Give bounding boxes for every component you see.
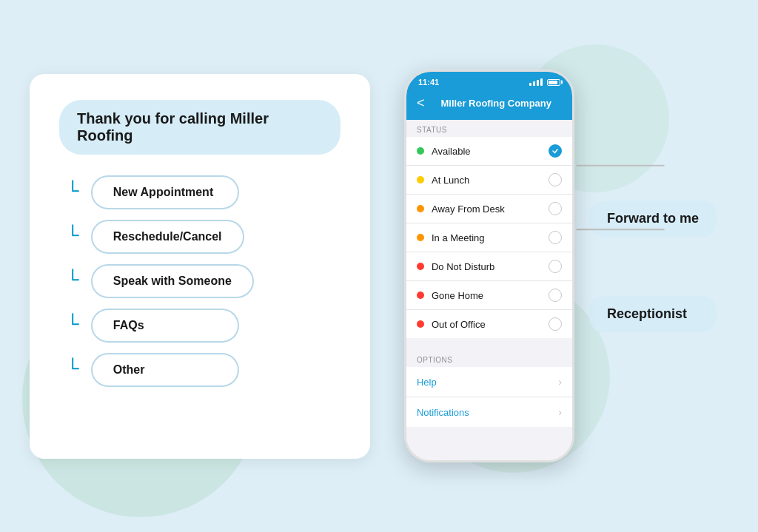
forward-to-me-label: Forward to me — [589, 201, 717, 237]
status-label-at-lunch: At Lunch — [432, 175, 469, 186]
bracket-icon-new-appointment: └ — [67, 182, 79, 203]
status-label-gone-home: Gone Home — [432, 290, 483, 301]
status-dot-in-a-meeting — [417, 234, 424, 241]
status-item-at-lunch[interactable]: At Lunch — [406, 166, 572, 195]
radio-icon-in-a-meeting — [549, 231, 562, 244]
status-label-do-not-disturb: Do Not Disturb — [432, 261, 494, 272]
options-label-notifications: Notifications — [417, 407, 469, 418]
status-list: Available At Lunch Away From Desk In a M… — [406, 137, 572, 338]
ivr-item-faqs[interactable]: └ FAQs — [67, 309, 341, 343]
status-item-in-a-meeting[interactable]: In a Meeting — [406, 223, 572, 252]
phone-time: 11:41 — [418, 78, 439, 87]
status-dot-out-of-office — [417, 320, 424, 328]
radio-icon-out-of-office — [549, 317, 562, 331]
chevron-right-icon-help: › — [558, 376, 562, 388]
radio-icon-away-from-desk — [549, 202, 562, 215]
check-icon-available — [549, 144, 562, 158]
phone-signal-icon — [529, 78, 543, 86]
ivr-btn-reschedule-cancel[interactable]: Reschedule/Cancel — [91, 220, 244, 254]
status-item-away-from-desk[interactable]: Away From Desk — [406, 195, 572, 223]
phone-battery-icon — [547, 79, 560, 86]
phone-status-bar: 11:41 — [406, 72, 572, 90]
ivr-menu-list: └ New Appointment └ Reschedule/Cancel └ … — [67, 175, 341, 387]
radio-icon-do-not-disturb — [549, 260, 562, 273]
status-label-available: Available — [432, 146, 471, 157]
phone-area: 11:41 < Miller Roofing Company STATUS — [392, 70, 728, 462]
status-dot-at-lunch — [417, 176, 424, 183]
ivr-item-reschedule-cancel[interactable]: └ Reschedule/Cancel — [67, 220, 341, 254]
chevron-right-icon-notifications: › — [558, 406, 562, 418]
phone-back-button[interactable]: < — [417, 95, 425, 111]
status-item-gone-home[interactable]: Gone Home — [406, 281, 572, 310]
receptionist-label: Receptionist — [589, 296, 717, 332]
status-label-away-from-desk: Away From Desk — [432, 203, 505, 215]
ivr-btn-new-appointment[interactable]: New Appointment — [91, 175, 239, 209]
bracket-icon-speak-with-someone: └ — [67, 271, 79, 292]
ivr-btn-speak-with-someone[interactable]: Speak with Someone — [91, 264, 254, 298]
ivr-greeting: Thank you for calling Miller Roofing — [59, 100, 341, 155]
phone-company-title: Miller Roofing Company — [431, 98, 562, 109]
ivr-item-speak-with-someone[interactable]: └ Speak with Someone — [67, 264, 341, 298]
status-dot-available — [417, 147, 424, 155]
status-item-available[interactable]: Available — [406, 137, 572, 166]
options-section-header: OPTIONS — [406, 350, 572, 367]
status-section-header: STATUS — [406, 120, 572, 137]
status-dot-gone-home — [417, 292, 424, 299]
options-list: Help › Notifications › — [406, 367, 572, 427]
phone-device: 11:41 < Miller Roofing Company STATUS — [404, 70, 574, 462]
options-section: OPTIONS Help › Notifications › — [406, 350, 572, 427]
ivr-btn-faqs[interactable]: FAQs — [91, 309, 239, 343]
status-dot-do-not-disturb — [417, 263, 424, 270]
phone-app-header: < Miller Roofing Company — [406, 90, 572, 120]
bracket-icon-faqs: └ — [67, 315, 79, 336]
status-item-out-of-office[interactable]: Out of Office — [406, 310, 572, 338]
phone-body: STATUS Available At Lunch Away From Desk… — [406, 120, 572, 460]
ivr-btn-other[interactable]: Other — [91, 353, 239, 387]
bracket-icon-reschedule-cancel: └ — [67, 226, 79, 247]
status-label-out-of-office: Out of Office — [432, 319, 486, 330]
ivr-item-new-appointment[interactable]: └ New Appointment — [67, 175, 341, 209]
ivr-item-other[interactable]: └ Other — [67, 353, 341, 387]
right-labels: Forward to me Receptionist — [589, 201, 717, 332]
status-item-do-not-disturb[interactable]: Do Not Disturb — [406, 252, 572, 281]
radio-icon-at-lunch — [549, 173, 562, 186]
status-dot-away-from-desk — [417, 205, 424, 212]
bracket-icon-other: └ — [67, 360, 79, 380]
options-item-notifications[interactable]: Notifications › — [406, 397, 572, 427]
options-item-help[interactable]: Help › — [406, 367, 572, 397]
status-label-in-a-meeting: In a Meeting — [432, 232, 485, 243]
main-container: Thank you for calling Miller Roofing └ N… — [30, 30, 728, 502]
options-label-help: Help — [417, 377, 437, 388]
ivr-card: Thank you for calling Miller Roofing └ N… — [30, 74, 370, 459]
radio-icon-gone-home — [549, 289, 562, 302]
